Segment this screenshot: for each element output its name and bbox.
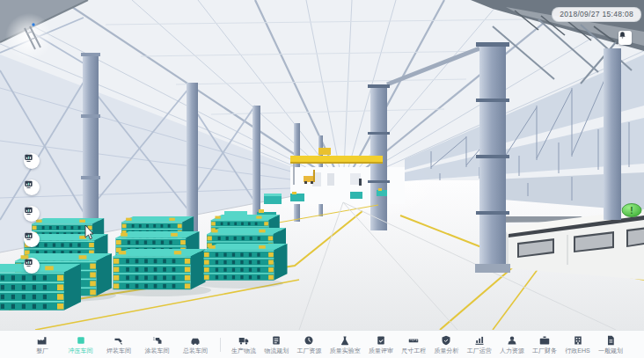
chart-icon [474,335,485,347]
toolbar-item-label: 工厂财务 [532,347,557,354]
toolbar-item-label: 质量实验室 [330,347,361,354]
scene-hotspot-button[interactable] [24,179,40,195]
toolbar-item-clock[interactable]: 工厂资源 [296,335,321,354]
toolbar-item-assembly[interactable]: 总装车间 [183,335,208,354]
toolbar-item-building[interactable]: 行政EHS [565,335,589,354]
building-icon [573,335,583,347]
toolbar-item-shield[interactable]: 质量分析 [434,335,458,354]
function-nav: 生产物流物流规划工厂资源质量实验室质量评审尺寸工程质量分析工厂运营人力资源工厂财… [231,335,644,354]
toolbar-item-label: 物流规划 [264,347,289,354]
status-marker-label: ! [630,206,633,216]
document-icon [605,335,616,347]
toolbar-item-label: 行政EHS [565,347,589,354]
workshop-nav: 整厂冲压车间焊装车间涂装车间总装车间 [30,335,208,354]
toolbar-item-ruler[interactable]: 尺寸工程 [401,335,426,354]
bottom-toolbar: 整厂冲压车间焊装车间涂装车间总装车间 生产物流物流规划工厂资源质量实验室质量评审… [0,330,644,358]
far-wall [290,167,405,204]
factory-3d-viewport[interactable]: ! [0,0,644,330]
toolbar-item-label: 质量分析 [434,347,458,354]
steel-column-large [475,42,510,273]
notification-button[interactable] [618,31,632,45]
toolbar-item-label: 冲压车间 [69,347,93,354]
toolbar-item-label: 尺寸工程 [401,347,426,354]
paint-icon [152,335,163,347]
scene-hotspot-button[interactable] [24,231,40,247]
toolbar-item-paint[interactable]: 涂装车间 [145,335,170,354]
toolbar-item-audit[interactable]: 质量评审 [369,335,393,354]
clock-icon [304,335,314,347]
toolbar-item-press[interactable]: 冲压车间 [69,335,93,354]
toolbar-item-clipboard[interactable]: 物流规划 [264,335,289,354]
light-glow [5,13,53,61]
toolbar-item-truck[interactable]: 生产物流 [231,335,256,354]
toolbar-item-person[interactable]: 人力资源 [500,335,524,354]
assembly-icon [190,335,201,347]
press-icon [76,335,86,347]
clipboard-icon [271,335,282,347]
scene-hotspot-button[interactable] [24,206,40,222]
audit-icon [376,335,386,347]
person-icon [507,335,517,347]
toolbar-item-label: 一般规划 [598,347,623,354]
shield-icon [441,335,451,347]
toolbar-item-welding[interactable]: 焊装车间 [106,335,131,354]
scene-hotspot-button[interactable] [24,258,40,274]
toolbar-item-label: 质量评审 [369,347,393,354]
welding-icon [113,335,124,347]
scene-render: ! [0,0,644,330]
toolbar-item-label: 总装车间 [183,347,208,354]
toolbar-item-label: 焊装车间 [106,347,131,354]
toolbar-item-flask[interactable]: 质量实验室 [330,335,361,354]
scene-hotspot-button[interactable] [24,153,40,169]
timestamp: 2018/09/27 15:48:08 [552,7,641,22]
toolbar-item-label: 工厂资源 [296,347,321,354]
toolbar-item-label: 整厂 [36,347,48,354]
toolbar-item-label: 人力资源 [500,347,524,354]
toolbar-item-document[interactable]: 一般规划 [598,335,623,354]
toolbar-item-label: 涂装车间 [145,347,170,354]
toolbar-item-chart[interactable]: 工厂运营 [467,335,492,354]
toolbar-item-label: 工厂运营 [467,347,492,354]
truck-icon [238,335,249,347]
factory-icon [37,335,48,347]
ruler-icon [408,335,419,347]
toolbar-item-factory[interactable]: 整厂 [30,335,55,354]
status-marker-green[interactable]: ! [622,204,641,217]
toolbar-item-briefcase[interactable]: 工厂财务 [532,335,557,354]
toolbar-item-label: 生产物流 [231,347,256,354]
briefcase-icon [539,335,550,347]
flask-icon [340,335,350,347]
toolbar-divider [220,338,221,352]
